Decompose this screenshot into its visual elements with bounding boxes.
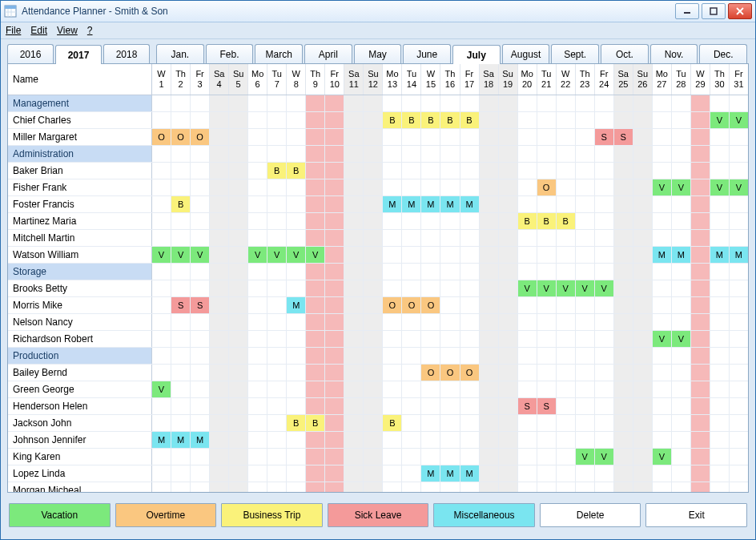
day-cell[interactable] (421, 415, 440, 431)
day-cell[interactable] (480, 449, 499, 465)
day-cell[interactable] (325, 465, 344, 482)
day-cell[interactable] (210, 213, 229, 229)
day-cell[interactable] (460, 331, 480, 347)
day-cell[interactable] (480, 398, 499, 414)
day-cell[interactable] (730, 196, 748, 212)
day-cell[interactable] (576, 196, 595, 212)
day-cell[interactable]: M (672, 247, 691, 263)
day-cell[interactable] (460, 432, 480, 448)
day-cell[interactable] (383, 247, 402, 263)
day-cell[interactable] (383, 213, 402, 229)
day-cell[interactable] (499, 398, 518, 414)
day-cell[interactable] (518, 415, 537, 431)
day-cell[interactable] (440, 230, 460, 246)
day-cell[interactable]: V (576, 449, 595, 465)
day-cell[interactable] (421, 449, 440, 465)
day-cell[interactable] (518, 129, 537, 145)
day-cell[interactable] (171, 465, 191, 482)
day-cell[interactable] (614, 365, 633, 381)
day-cell[interactable] (480, 179, 499, 195)
day-cell[interactable] (691, 280, 710, 296)
day-cell[interactable] (306, 314, 325, 330)
month-tab-may[interactable]: May (354, 44, 402, 63)
day-cell[interactable] (152, 415, 171, 431)
day-cell[interactable] (344, 465, 364, 482)
day-cell[interactable] (595, 365, 614, 381)
day-cell[interactable] (595, 230, 614, 246)
day-cell[interactable] (287, 482, 306, 492)
day-cell[interactable] (710, 365, 730, 381)
day-cell[interactable] (672, 314, 691, 330)
day-cell[interactable] (344, 432, 364, 448)
day-cell[interactable] (325, 112, 344, 128)
day-cell[interactable] (344, 398, 364, 414)
day-cell[interactable] (191, 213, 210, 229)
day-cell[interactable] (248, 365, 267, 381)
day-cell[interactable]: S (614, 129, 633, 145)
day-cell[interactable] (537, 247, 557, 263)
day-cell[interactable] (576, 398, 595, 414)
day-cell[interactable] (499, 112, 518, 128)
person-name[interactable]: Foster Francis (8, 196, 152, 212)
person-name[interactable]: Morris Mike (8, 297, 152, 313)
day-cell[interactable] (306, 432, 325, 448)
day-cell[interactable] (210, 449, 229, 465)
day-cell[interactable] (191, 398, 210, 414)
day-cell[interactable]: S (518, 398, 537, 414)
day-cell[interactable] (710, 196, 730, 212)
day-cell[interactable] (306, 365, 325, 381)
day-cell[interactable] (440, 179, 460, 195)
day-cell[interactable]: O (191, 129, 210, 145)
day-cell[interactable]: M (460, 465, 480, 482)
menu-view[interactable]: View (57, 25, 78, 36)
day-cell[interactable] (480, 213, 499, 229)
day-cell[interactable]: V (557, 280, 576, 296)
day-cell[interactable]: M (421, 465, 440, 482)
day-cell[interactable] (576, 432, 595, 448)
day-cell[interactable] (344, 449, 364, 465)
day-cell[interactable] (614, 213, 633, 229)
day-cell[interactable] (460, 179, 480, 195)
day-cell[interactable]: M (421, 196, 440, 212)
day-cell[interactable] (557, 129, 576, 145)
day-cell[interactable] (229, 449, 248, 465)
day-cell[interactable] (210, 331, 229, 347)
day-cell[interactable] (402, 365, 421, 381)
day-cell[interactable] (730, 230, 748, 246)
business-trip-button[interactable]: Business Trip (221, 503, 323, 527)
day-cell[interactable] (460, 398, 480, 414)
day-cell[interactable] (614, 381, 633, 397)
day-cell[interactable]: V (171, 247, 191, 263)
day-cell[interactable] (421, 230, 440, 246)
day-cell[interactable] (576, 465, 595, 482)
day-cell[interactable] (614, 247, 633, 263)
day-cell[interactable] (364, 163, 383, 179)
day-cell[interactable] (653, 432, 672, 448)
day-cell[interactable] (402, 432, 421, 448)
year-tab-2017[interactable]: 2017 (55, 45, 102, 64)
day-cell[interactable] (267, 280, 287, 296)
month-tab-jan[interactable]: Jan. (156, 44, 204, 63)
month-tab-june[interactable]: June (403, 44, 451, 63)
day-cell[interactable] (306, 129, 325, 145)
day-cell[interactable] (480, 163, 499, 179)
day-cell[interactable] (306, 196, 325, 212)
day-cell[interactable] (248, 163, 267, 179)
day-cell[interactable] (633, 415, 653, 431)
day-cell[interactable] (364, 465, 383, 482)
day-cell[interactable] (614, 280, 633, 296)
day-cell[interactable] (730, 449, 748, 465)
day-cell[interactable] (672, 465, 691, 482)
day-cell[interactable] (267, 213, 287, 229)
day-cell[interactable] (344, 230, 364, 246)
day-cell[interactable] (633, 331, 653, 347)
day-cell[interactable] (499, 163, 518, 179)
day-cell[interactable] (672, 449, 691, 465)
day-cell[interactable]: O (421, 365, 440, 381)
day-cell[interactable]: V (576, 280, 595, 296)
maximize-button[interactable] (702, 3, 726, 19)
day-cell[interactable] (344, 415, 364, 431)
day-cell[interactable] (248, 381, 267, 397)
day-cell[interactable] (267, 297, 287, 313)
month-tab-sept[interactable]: Sept. (551, 44, 599, 63)
